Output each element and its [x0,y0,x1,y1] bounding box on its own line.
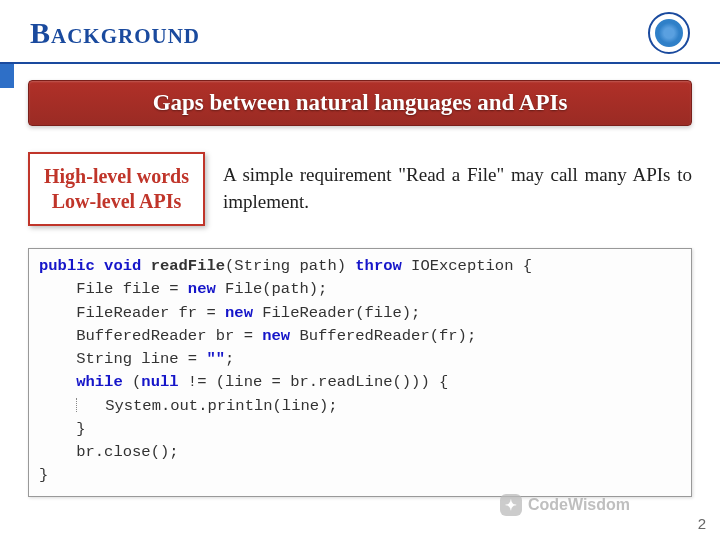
code-text: FileReader fr = [76,304,225,322]
code-kw: while [76,373,123,391]
box-line2: Low-level APIs [44,189,189,214]
code-kw: new [188,280,216,298]
code-text: ( [123,373,142,391]
highlight-box: High-level words Low-level APIs [28,152,205,226]
code-text: ; [225,350,234,368]
code-text: File(path); [216,280,328,298]
code-kw: null [141,373,178,391]
code-text: String line = [76,350,206,368]
code-block: public void readFile(String path) throw … [28,248,692,497]
code-text: System.out.println(line); [105,397,338,415]
banner-heading: Gaps between natural languages and APIs [28,80,692,126]
code-kw: public void [39,257,141,275]
code-text: != (line = br.readLine())) { [179,373,449,391]
content-row: High-level words Low-level APIs A simple… [28,152,692,226]
code-text: (String path) [225,257,355,275]
box-line1: High-level words [44,164,189,189]
code-text: br.close(); [76,443,178,461]
code-text: BufferedReader br = [76,327,262,345]
header: Background [0,0,720,64]
code-method-name: readFile [151,257,225,275]
indent-guide-icon [76,398,77,412]
code-string: "" [206,350,225,368]
code-kw: new [262,327,290,345]
side-tab [0,64,14,88]
code-text: } [76,420,85,438]
description-text: A simple requirement "Read a File" may c… [223,162,692,215]
logo-inner [655,19,683,47]
watermark-text: CodeWisdom [528,496,630,514]
page-number: 2 [698,515,706,532]
code-text: } [39,466,48,484]
wechat-icon: ✦ [500,494,522,516]
code-text: FileReader(file); [253,304,420,322]
code-kw: throw [355,257,402,275]
code-kw: new [225,304,253,322]
watermark: ✦ CodeWisdom [500,494,630,516]
code-text: BufferedReader(fr); [290,327,476,345]
slide-title: Background [30,16,200,50]
code-text: IOException { [402,257,532,275]
code-text: File file = [76,280,188,298]
logo-icon [648,12,690,54]
